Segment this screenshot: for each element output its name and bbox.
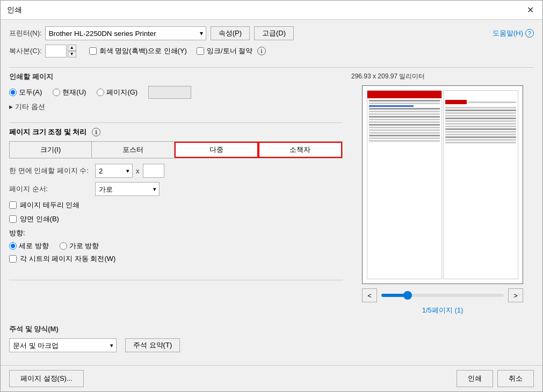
preview-line — [369, 137, 440, 139]
close-button[interactable]: ✕ — [525, 5, 536, 15]
preview-inner — [363, 86, 523, 284]
preview-red-bar — [445, 100, 467, 104]
comment-select[interactable]: 문서 및 마크업 문서만 — [9, 338, 117, 352]
nav-row: < > — [362, 288, 523, 302]
current-page-radio[interactable] — [53, 89, 60, 96]
current-page-label: 현재(U) — [62, 88, 86, 97]
preview-line — [369, 124, 440, 126]
preview-line — [445, 136, 516, 138]
options-checkbox-row: 회색 명암(흑백)으로 인쇄(Y) 잉크/토너 절약 ℹ — [89, 46, 266, 56]
pages-range-input[interactable]: 1 - 10 — [148, 86, 191, 99]
pages-cols-input[interactable] — [143, 164, 164, 178]
printer-select[interactable]: Brother HL-2250DN series Printer — [45, 26, 206, 40]
comment-dropdown-wrap: 문서 및 마크업 문서만 — [9, 338, 117, 352]
orientation-section: 방향: 세로 방향 가로 방향 — [9, 228, 343, 264]
preview-line — [445, 142, 516, 143]
nav-slider[interactable] — [381, 294, 504, 297]
landscape-radio[interactable] — [60, 242, 67, 250]
title-bar: 인쇄 ✕ — [1, 1, 542, 20]
printer-label: 프린터(N): — [9, 28, 42, 38]
copies-input-wrap: 1 ▲ ▼ — [45, 45, 76, 57]
preview-gray-line — [468, 101, 516, 103]
auto-rotate-row: 각 시트의 페이지 자동 회전(W) — [9, 254, 343, 264]
help-label: 도움말(H) — [493, 28, 523, 38]
help-icon: ? — [525, 29, 534, 38]
dialog-body: 프린터(N): Brother HL-2250DN series Printer… — [1, 20, 542, 365]
copies-down[interactable]: ▼ — [68, 51, 76, 57]
all-pages-radio[interactable] — [9, 89, 17, 96]
preview-line — [369, 108, 440, 110]
pages-radio-group: 모두(A) 현재(U) 페이지(G) 1 - 10 — [9, 86, 343, 99]
page-border-label: 페이지 테두리 인쇄 — [20, 200, 79, 210]
page-border-row: 페이지 테두리 인쇄 — [9, 200, 343, 210]
preview-line — [369, 121, 440, 123]
pages-per-sheet-row: 한 면에 인쇄할 페이지 수: 2 1 4 6 9 16 x — [9, 164, 343, 178]
page-indicator: 1/5페이지 (1) — [422, 306, 464, 315]
summary-button[interactable]: 주석 요약(T) — [125, 338, 180, 352]
preview-line — [445, 115, 516, 117]
pages-range-radio[interactable] — [97, 89, 104, 96]
preview-line — [369, 100, 440, 101]
duplex-label: 양면 인쇄(B) — [20, 214, 59, 224]
page-order-select[interactable]: 가로 세로 — [95, 182, 160, 196]
tab-multiple[interactable]: 다중 — [175, 142, 258, 158]
prev-page-button[interactable]: < — [362, 288, 377, 302]
nav-slider-fill — [381, 294, 406, 297]
preview-header-right — [444, 91, 518, 98]
portrait-item: 세로 방향 — [9, 241, 49, 251]
all-pages-label: 모두(A) — [19, 88, 42, 97]
pages-per-sheet-select-wrap: 2 1 4 6 9 16 — [95, 164, 133, 178]
grayscale-checkbox[interactable] — [89, 47, 97, 55]
copies-spinner: ▲ ▼ — [68, 45, 76, 57]
preview-line — [445, 112, 516, 114]
preview-line — [445, 131, 516, 133]
print-dialog: 인쇄 ✕ 프린터(N): Brother HL-2250DN series Pr… — [0, 0, 543, 392]
printer-dropdown-wrap: Brother HL-2250DN series Printer — [45, 26, 206, 40]
cancel-button[interactable]: 취소 — [497, 370, 534, 387]
duplex-row: 양면 인쇄(B) — [9, 214, 343, 224]
auto-rotate-checkbox[interactable] — [9, 255, 17, 263]
preview-line — [369, 119, 440, 120]
copies-label: 복사본(C): — [9, 46, 42, 56]
tab-poster[interactable]: 포스터 — [92, 142, 174, 158]
preview-line — [369, 129, 440, 131]
print-button[interactable]: 인쇄 — [457, 370, 493, 387]
preview-line — [369, 113, 440, 115]
tab-size[interactable]: 크기(I) — [10, 142, 92, 158]
tab-booklet[interactable]: 소책자 — [258, 142, 342, 158]
preview-line — [445, 139, 516, 141]
ink-save-checkbox[interactable] — [197, 47, 204, 55]
properties-button[interactable]: 속성(P) — [211, 26, 250, 40]
page-border-checkbox[interactable] — [9, 201, 17, 209]
tab-bar: 크기(I) 포스터 다중 소책자 — [9, 141, 343, 158]
preview-header-left — [367, 91, 441, 98]
preview-page-right — [443, 90, 518, 279]
next-page-button[interactable]: > — [508, 288, 523, 302]
other-options-label: 기타 옵션 — [15, 102, 45, 112]
duplex-checkbox[interactable] — [9, 215, 17, 223]
help-link[interactable]: 도움말(H) ? — [493, 28, 534, 38]
preview-line — [369, 127, 440, 128]
triangle-icon: ▶ — [9, 104, 13, 110]
portrait-radio[interactable] — [9, 242, 17, 250]
preview-line — [445, 120, 516, 122]
ink-save-item: 잉크/토너 절약 ℹ — [197, 46, 266, 56]
pages-section-title: 인쇄할 페이지 — [9, 72, 343, 82]
preview-line — [445, 134, 516, 135]
copies-input[interactable]: 1 — [45, 45, 67, 57]
orientation-radio-group: 세로 방향 가로 방향 — [9, 241, 343, 251]
other-options[interactable]: ▶ 기타 옵션 — [9, 102, 343, 112]
landscape-label: 가로 방향 — [69, 241, 99, 251]
preview-line — [369, 140, 440, 142]
page-order-select-wrap: 가로 세로 — [95, 182, 160, 196]
pages-per-sheet-select[interactable]: 2 1 4 6 9 16 — [95, 164, 133, 178]
copies-up[interactable]: ▲ — [68, 45, 76, 51]
preview-line — [445, 128, 516, 130]
preview-line — [445, 110, 516, 111]
advanced-button[interactable]: 고급(D) — [254, 26, 294, 40]
page-setup-button[interactable]: 페이지 설정(S)... — [9, 370, 84, 387]
page-size-info-icon: ℹ — [92, 128, 100, 136]
comment-select-wrap: 문서 및 마크업 문서만 주석 요약(T) — [9, 338, 343, 352]
pages-range-label: 페이지(G) — [106, 88, 137, 97]
nav-slider-thumb — [403, 291, 412, 300]
